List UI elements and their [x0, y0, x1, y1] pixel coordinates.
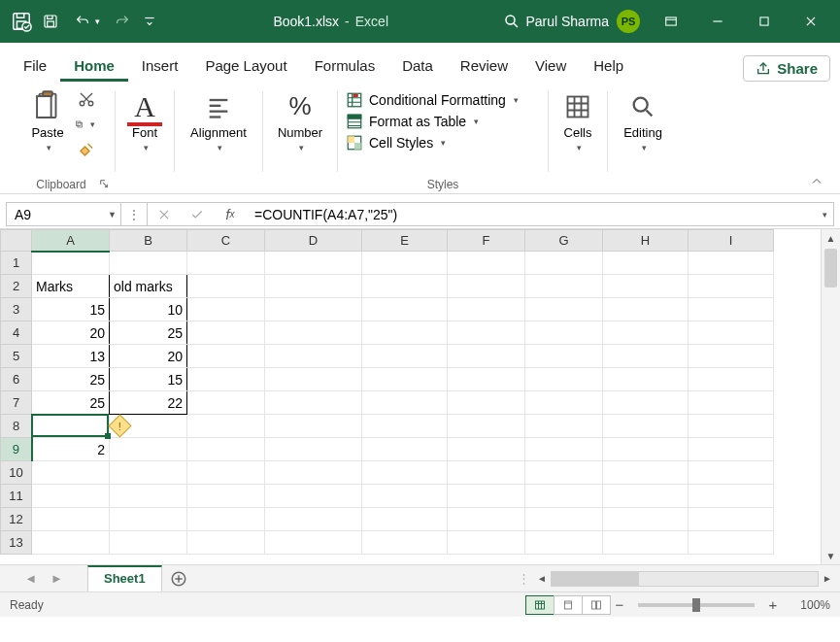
- cell-D12[interactable]: [265, 508, 362, 531]
- row-header-1[interactable]: 1: [1, 252, 32, 275]
- cell-A2[interactable]: Marks: [32, 275, 110, 298]
- cell-B6[interactable]: 15: [110, 368, 187, 391]
- cell-E6[interactable]: [362, 368, 448, 391]
- cell-I6[interactable]: [689, 368, 774, 391]
- cell-I7[interactable]: [689, 391, 774, 415]
- select-all-button[interactable]: [1, 230, 32, 252]
- cell-A5[interactable]: 13: [32, 345, 110, 368]
- cell-G5[interactable]: [525, 345, 603, 368]
- row-header-12[interactable]: 12: [1, 508, 32, 531]
- cell-B13[interactable]: [110, 531, 187, 555]
- cell-C3[interactable]: [187, 298, 265, 321]
- row-header-10[interactable]: 10: [1, 461, 32, 485]
- cell-E12[interactable]: [362, 508, 448, 531]
- cell-I8[interactable]: [689, 415, 774, 438]
- cell-F8[interactable]: [448, 415, 525, 438]
- editing-button[interactable]: Editing ▾: [618, 85, 668, 156]
- share-button[interactable]: Share: [743, 55, 830, 82]
- row-header-8[interactable]: 8: [1, 415, 32, 438]
- cell-H7[interactable]: [603, 391, 689, 415]
- undo-button[interactable]: ▾: [64, 8, 109, 35]
- cell-G2[interactable]: [525, 275, 603, 298]
- cell-C8[interactable]: [187, 415, 265, 438]
- grid[interactable]: A B C D E F G H I 1 2 Marks old marks 3 …: [0, 229, 821, 564]
- cell-D11[interactable]: [265, 485, 362, 508]
- collapse-ribbon-button[interactable]: [801, 172, 832, 193]
- vertical-scrollbar[interactable]: ▲ ▼: [821, 229, 840, 564]
- formula-input[interactable]: =COUNTIF(A4:A7,"25") ▾: [247, 202, 834, 226]
- scroll-right-button[interactable]: ►: [819, 570, 836, 588]
- cell-styles-button[interactable]: Cell Styles ▾: [346, 132, 446, 153]
- cell-C2[interactable]: [187, 275, 265, 298]
- cell-I2[interactable]: [689, 275, 774, 298]
- cell-C10[interactable]: [187, 461, 265, 485]
- cell-F10[interactable]: [448, 461, 525, 485]
- cell-E4[interactable]: [362, 321, 448, 345]
- col-header-A[interactable]: A: [32, 230, 110, 252]
- cell-I4[interactable]: [689, 321, 774, 345]
- number-button[interactable]: % Number ▾: [272, 85, 328, 156]
- cell-E5[interactable]: [362, 345, 448, 368]
- save-button[interactable]: [37, 8, 64, 35]
- cell-H2[interactable]: [603, 275, 689, 298]
- tab-page-layout[interactable]: Page Layout: [191, 51, 300, 82]
- row-header-2[interactable]: 2: [1, 275, 32, 298]
- sheet-nav-next[interactable]: ►: [50, 571, 63, 586]
- column-headers[interactable]: A B C D E F G H I: [1, 230, 774, 252]
- cell-C4[interactable]: [187, 321, 265, 345]
- minimize-button[interactable]: [694, 0, 741, 43]
- cell-E7[interactable]: [362, 391, 448, 415]
- cell-G8[interactable]: [525, 415, 603, 438]
- cell-D6[interactable]: [265, 368, 362, 391]
- hscroll-thumb[interactable]: [552, 572, 639, 586]
- cell-B4[interactable]: 25: [110, 321, 187, 345]
- horizontal-scrollbar[interactable]: ◄ ►: [529, 565, 840, 591]
- account-button[interactable]: Parul Sharma PS: [525, 10, 640, 33]
- cut-button[interactable]: [75, 87, 98, 111]
- format-painter-button[interactable]: [75, 138, 98, 161]
- zoom-level[interactable]: 100%: [782, 598, 830, 612]
- cell-F13[interactable]: [448, 531, 525, 555]
- redo-button[interactable]: [109, 8, 136, 35]
- zoom-slider[interactable]: [638, 603, 755, 607]
- cell-G9[interactable]: [525, 438, 603, 461]
- cell-B12[interactable]: [110, 508, 187, 531]
- col-header-D[interactable]: D: [265, 230, 362, 252]
- name-box[interactable]: A9 ▼: [6, 202, 120, 226]
- view-normal-button[interactable]: [525, 595, 554, 615]
- cell-D10[interactable]: [265, 461, 362, 485]
- font-button[interactable]: A Font ▾: [121, 85, 168, 156]
- cell-D13[interactable]: [265, 531, 362, 555]
- cell-A9[interactable]: 2: [32, 438, 110, 461]
- cell-D1[interactable]: [265, 252, 362, 275]
- cell-C7[interactable]: [187, 391, 265, 415]
- cell-B5[interactable]: 20: [110, 345, 187, 368]
- cell-F6[interactable]: [448, 368, 525, 391]
- cell-H6[interactable]: [603, 368, 689, 391]
- cell-C9[interactable]: [187, 438, 265, 461]
- cell-A13[interactable]: [32, 531, 110, 555]
- col-header-G[interactable]: G: [525, 230, 603, 252]
- row-header-4[interactable]: 4: [1, 321, 32, 345]
- cell-B1[interactable]: [110, 252, 187, 275]
- scroll-thumb[interactable]: [824, 249, 837, 287]
- paste-button[interactable]: Paste ▾: [24, 85, 71, 161]
- cell-C5[interactable]: [187, 345, 265, 368]
- cell-G3[interactable]: [525, 298, 603, 321]
- cell-H10[interactable]: [603, 461, 689, 485]
- row-header-11[interactable]: 11: [1, 485, 32, 508]
- cell-F3[interactable]: [448, 298, 525, 321]
- row-header-3[interactable]: 3: [1, 298, 32, 321]
- view-page-layout-button[interactable]: [554, 595, 583, 615]
- tab-file[interactable]: File: [10, 51, 60, 82]
- ribbon-display-options[interactable]: [648, 0, 694, 43]
- cell-D4[interactable]: [265, 321, 362, 345]
- conditional-formatting-button[interactable]: Conditional Formatting ▾: [346, 89, 519, 111]
- col-header-H[interactable]: H: [603, 230, 689, 252]
- tab-review[interactable]: Review: [447, 51, 521, 82]
- cell-H13[interactable]: [603, 531, 689, 555]
- cell-A4[interactable]: 20: [32, 321, 110, 345]
- tab-help[interactable]: Help: [580, 51, 637, 82]
- cell-B10[interactable]: [110, 461, 187, 485]
- cell-G4[interactable]: [525, 321, 603, 345]
